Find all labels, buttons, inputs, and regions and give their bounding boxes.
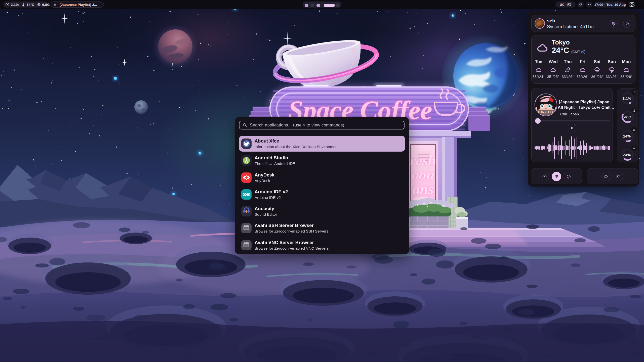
svg-text:TOKYO LO: TOKYO LO [537,110,554,114]
